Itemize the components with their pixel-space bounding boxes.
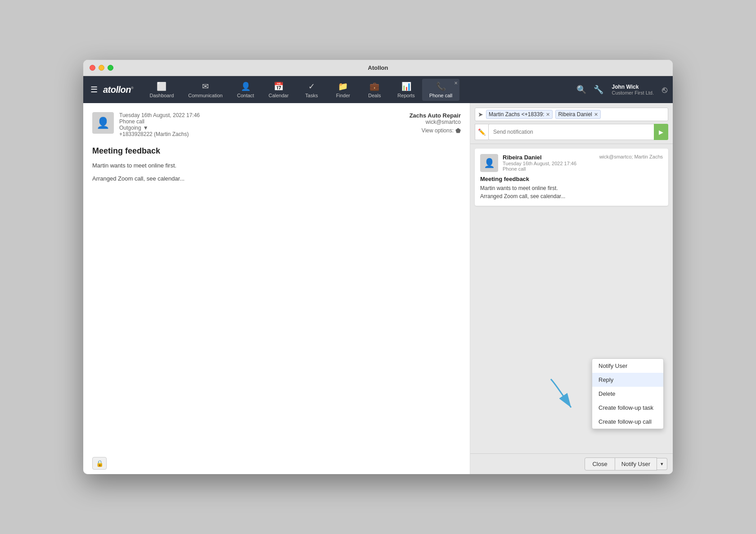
nav-item-phone-call[interactable]: ✕ 📞 Phone call (422, 79, 459, 101)
message-title: Meeting feedback (92, 146, 461, 156)
close-window-button[interactable] (90, 65, 95, 71)
message-card: 👤 Ribeira Daniel Tuesday 16th August, 20… (475, 149, 668, 206)
nav-item-deals[interactable]: 💼 Deals (359, 79, 390, 101)
view-options-button[interactable]: View options: ⬟ (410, 127, 461, 134)
phone-call-icon: 📞 (436, 81, 446, 91)
message-body-line2: Arranged Zoom call, see calendar... (92, 174, 461, 184)
recipients-row: ➤ Martin Zachs <+18339: ✕ Ribeira Daniel… (475, 108, 668, 121)
nav-item-dashboard-label: Dashboard (149, 93, 174, 98)
window-title: Atollon (368, 64, 388, 71)
message-card-header: 👤 Ribeira Daniel Tuesday 16th August, 20… (480, 154, 663, 172)
maximize-window-button[interactable] (108, 65, 113, 71)
right-panel: ➤ Martin Zachs <+18339: ✕ Ribeira Daniel… (470, 103, 673, 474)
communication-icon: ✉ (202, 81, 209, 91)
msg-avatar-icon: 👤 (484, 158, 495, 168)
settings-button[interactable]: 🔧 (592, 83, 605, 96)
record-phone: +1833928222 (Martin Zachs) (119, 131, 404, 137)
dropdown-arrow-icon: ▾ (661, 461, 663, 466)
record-date: Tuesday 16th August, 2022 17:46 (119, 112, 404, 118)
nav-item-phone-call-label: Phone call (429, 93, 452, 98)
nav-item-deals-label: Deals (368, 93, 381, 98)
record-header: 👤 Tuesday 16th August, 2022 17:46 Phone … (92, 112, 461, 137)
nav-item-communication-label: Communication (188, 93, 222, 98)
msg-meta: Ribeira Daniel Tuesday 16th August, 2022… (503, 154, 595, 172)
view-options-label: View options: (422, 127, 454, 134)
context-menu-notify-user[interactable]: Notify User (592, 359, 663, 373)
nav-right: 🔍 🔧 John Wick Customer First Ltd. ⎋ (575, 82, 669, 97)
recipient-tag-2: Ribeira Daniel ✕ (555, 110, 600, 119)
nav-item-communication[interactable]: ✉ Communication (181, 79, 230, 101)
avatar-person-icon: 👤 (96, 117, 110, 129)
msg-date: Tuesday 16th August, 2022 17:46 (503, 161, 595, 166)
deals-icon: 💼 (369, 81, 379, 91)
forward-icon: ➤ (478, 111, 483, 118)
notification-icon: ✏️ (475, 124, 488, 140)
close-button[interactable]: Close (585, 457, 615, 471)
nav-item-contact-label: Contact (237, 93, 254, 98)
user-name: John Wick (612, 84, 639, 90)
msg-avatar: 👤 (480, 154, 498, 172)
main-content: 👤 Tuesday 16th August, 2022 17:46 Phone … (83, 103, 673, 474)
notification-row: ✏️ ▶ (475, 124, 668, 140)
context-menu-create-followup-task[interactable]: Create follow-up task (592, 401, 663, 415)
message-body: Martin wants to meet online first. Arran… (92, 161, 461, 184)
context-menu: Notify User Reply Delete Create follow-u… (592, 358, 664, 429)
send-notification-button[interactable]: ▶ (654, 124, 668, 140)
msg-recipients: wick@smartco; Martin Zachs (599, 154, 663, 159)
msg-body-line1: Martin wants to meet online first. (480, 184, 663, 192)
contact-avatar: 👤 (92, 112, 114, 134)
nav-item-finder[interactable]: 📁 Finder (327, 79, 359, 101)
traffic-lights (90, 65, 113, 71)
user-menu-button[interactable]: John Wick Customer First Ltd. (609, 82, 657, 97)
calendar-icon: 📅 (274, 81, 284, 91)
msg-body-line2: Arranged Zoom call, see calendar... (480, 192, 663, 200)
record-direction: Outgoing ▼ (119, 125, 404, 131)
nav-item-finder-label: Finder (336, 93, 350, 98)
nav-item-reports[interactable]: 📊 Reports (390, 79, 422, 101)
main-window: Atollon ☰ atollon® ⬜ Dashboard ✉ Communi… (83, 60, 673, 474)
navbar: ☰ atollon® ⬜ Dashboard ✉ Communication 👤… (83, 76, 673, 103)
nav-item-contact[interactable]: 👤 Contact (230, 79, 261, 101)
record-email: wick@smartco (410, 119, 461, 125)
title-bar: Atollon (83, 60, 673, 76)
search-button[interactable]: 🔍 (575, 83, 588, 96)
msg-title: Meeting feedback (480, 176, 663, 182)
nav-item-calendar[interactable]: 📅 Calendar (261, 79, 296, 101)
send-icon: ▶ (659, 129, 663, 136)
recipient-1-remove[interactable]: ✕ (546, 112, 550, 118)
record-header-right: Zachs Auto Repair wick@smartco View opti… (410, 112, 461, 134)
msg-body: Martin wants to meet online first. Arran… (480, 184, 663, 200)
close-tab-icon[interactable]: ✕ (454, 81, 458, 86)
recipient-2-remove[interactable]: ✕ (594, 112, 598, 118)
nav-item-tasks[interactable]: ✓ Tasks (296, 79, 327, 101)
nav-item-tasks-label: Tasks (305, 93, 318, 98)
logo: atollon® (103, 85, 133, 95)
recipient-2-name: Ribeira Daniel (558, 111, 592, 118)
logout-button[interactable]: ⎋ (660, 83, 669, 97)
lock-button[interactable]: 🔒 (92, 457, 107, 470)
message-body-line1: Martin wants to meet online first. (92, 161, 461, 171)
recipient-tag-1: Martin Zachs <+18339: ✕ (486, 110, 553, 119)
context-menu-create-followup-call[interactable]: Create follow-up call (592, 415, 663, 429)
context-menu-delete[interactable]: Delete (592, 387, 663, 401)
tasks-icon: ✓ (308, 81, 315, 91)
notify-user-button[interactable]: Notify User (615, 457, 657, 471)
notify-user-dropdown-button[interactable]: ▾ (657, 458, 667, 470)
recipient-1-name: Martin Zachs <+18339: (489, 111, 544, 118)
record-info: Tuesday 16th August, 2022 17:46 Phone ca… (119, 112, 404, 137)
record-company: Zachs Auto Repair (410, 112, 461, 119)
menu-toggle-button[interactable]: ☰ (87, 81, 101, 98)
minimize-window-button[interactable] (99, 65, 104, 71)
nav-item-dashboard[interactable]: ⬜ Dashboard (142, 79, 181, 101)
notification-input[interactable] (488, 124, 654, 140)
dashboard-icon: ⬜ (157, 81, 166, 91)
direction-arrow-icon: ▼ (143, 125, 148, 131)
nav-item-calendar-label: Calendar (269, 93, 289, 98)
context-menu-reply[interactable]: Reply (592, 373, 663, 387)
contact-icon: 👤 (241, 81, 251, 91)
nav-item-reports-label: Reports (397, 93, 415, 98)
bottom-bar: 🔒 (92, 457, 107, 470)
record-type: Phone call (119, 118, 404, 125)
nav-items: ⬜ Dashboard ✉ Communication 👤 Contact 📅 … (142, 79, 575, 101)
left-panel: 👤 Tuesday 16th August, 2022 17:46 Phone … (83, 103, 470, 474)
